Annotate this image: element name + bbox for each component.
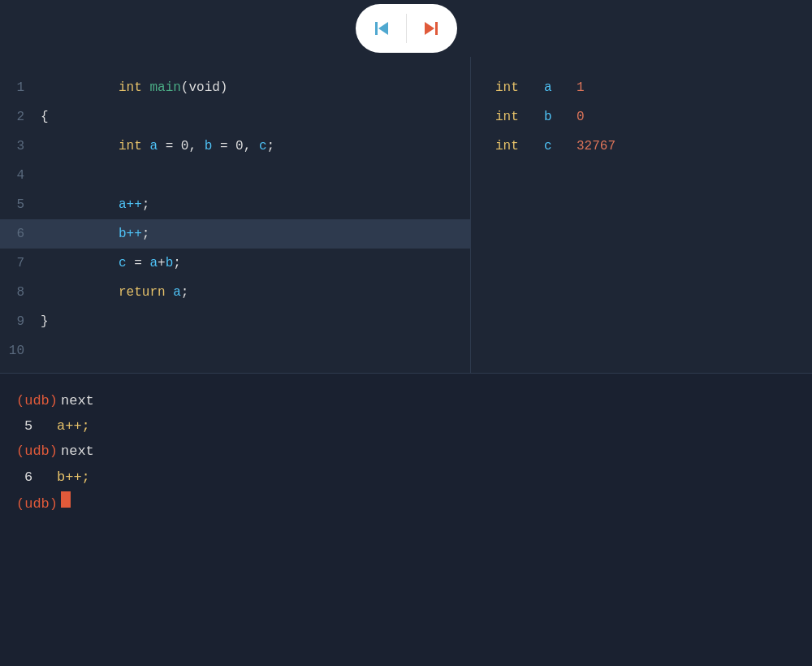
svg-marker-3 bbox=[425, 22, 434, 35]
code-content-2: { bbox=[41, 110, 49, 124]
code-content-9: } bbox=[41, 314, 49, 329]
code-line-8: 8 return a; bbox=[0, 278, 470, 307]
keyword-return: return bbox=[119, 285, 166, 300]
terminal-line-4: 6 b++; bbox=[16, 466, 796, 488]
terminal-line-5: (udb) bbox=[16, 491, 796, 515]
var-row-a: int a 1 bbox=[495, 73, 788, 102]
line-number-10: 10 bbox=[8, 344, 41, 358]
prev-button[interactable] bbox=[364, 11, 400, 46]
svg-marker-1 bbox=[378, 22, 388, 35]
keyword-int-3: int bbox=[119, 139, 142, 154]
line-number-8: 8 bbox=[8, 285, 41, 300]
code-content-10 bbox=[41, 344, 49, 358]
keyword-int-1: int bbox=[119, 80, 142, 95]
line-number-7: 7 bbox=[8, 256, 41, 270]
var-type-b: int bbox=[495, 110, 528, 124]
code-line-3: 3 int a = 0, b = 0, c; bbox=[0, 132, 470, 161]
nav-divider bbox=[406, 14, 407, 43]
line-number-9: 9 bbox=[8, 314, 41, 329]
main-area: 1 int main(void) 2 { 3 int a = 0, b = 0,… bbox=[0, 57, 812, 666]
var-value-a: 1 bbox=[577, 80, 585, 95]
line-number-6: 6 bbox=[8, 227, 41, 241]
function-main: main bbox=[149, 80, 180, 95]
code-editor: 1 int main(void) 2 { 3 int a = 0, b = 0,… bbox=[0, 57, 471, 373]
terminal-prompt-5: (udb) bbox=[16, 493, 58, 515]
navigation-bar bbox=[0, 0, 812, 57]
code-line-9: 9 } bbox=[0, 307, 470, 336]
var-name-a: a bbox=[544, 80, 560, 95]
line-number-4: 4 bbox=[8, 168, 41, 183]
line-number-1: 1 bbox=[8, 80, 41, 95]
var-row-c: int c 32767 bbox=[495, 132, 788, 161]
var-name-b: b bbox=[544, 110, 560, 124]
nav-button-group bbox=[356, 4, 457, 53]
variables-panel: int a 1 int b 0 int c 32767 bbox=[471, 57, 812, 373]
var-value-c: 32767 bbox=[577, 139, 615, 154]
terminal-prompt-3: (udb) bbox=[16, 440, 58, 462]
svg-rect-2 bbox=[435, 22, 438, 35]
terminal-code-4: b++; bbox=[57, 466, 90, 488]
var-type-a: int bbox=[495, 80, 528, 95]
terminal-code-2: a++; bbox=[57, 415, 90, 437]
code-line-10: 10 bbox=[0, 336, 470, 365]
terminal-prompt-1: (udb) bbox=[16, 390, 58, 412]
var-value-b: 0 bbox=[577, 110, 585, 124]
terminal-line-2: 5 a++; bbox=[16, 415, 796, 437]
next-button[interactable] bbox=[413, 11, 449, 46]
terminal-linenum-4: 6 bbox=[16, 466, 41, 488]
line-number-3: 3 bbox=[8, 139, 41, 154]
svg-rect-0 bbox=[375, 22, 378, 35]
line-number-5: 5 bbox=[8, 197, 41, 212]
var-row-b: int b 0 bbox=[495, 102, 788, 132]
code-section: 1 int main(void) 2 { 3 int a = 0, b = 0,… bbox=[0, 57, 812, 374]
terminal-linenum-2: 5 bbox=[16, 415, 41, 437]
terminal-cmd-1: next bbox=[61, 390, 94, 412]
terminal-line-3: (udb) next bbox=[16, 440, 796, 462]
var-name-c: c bbox=[544, 139, 560, 154]
var-type-c: int bbox=[495, 139, 528, 154]
terminal-section[interactable]: (udb) next 5 a++; (udb) next 6 b++; (udb… bbox=[0, 374, 812, 666]
code-content-4 bbox=[41, 168, 49, 183]
terminal-cmd-3: next bbox=[61, 440, 94, 462]
terminal-cursor bbox=[61, 491, 71, 508]
code-line-1: 1 int main(void) bbox=[0, 73, 470, 102]
terminal-line-1: (udb) next bbox=[16, 390, 796, 412]
line-number-2: 2 bbox=[8, 110, 41, 124]
